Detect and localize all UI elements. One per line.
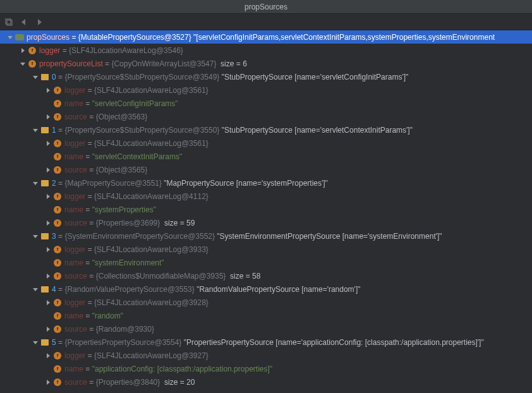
tree-row[interactable]: name = "servletConfigInitParams" — [0, 97, 532, 110]
text-segment: size = 59 — [160, 219, 195, 227]
nav-back-icon[interactable] — [19, 17, 29, 27]
field-icon — [53, 245, 62, 254]
indent — [0, 368, 44, 369]
tree-row[interactable]: logger = {SLF4JLocationAwareLog@3927} — [0, 349, 532, 362]
tree-row[interactable]: name = "servletContextInitParams" — [0, 150, 532, 163]
text-segment: = — [56, 126, 65, 135]
expand-collapse-icon[interactable] — [44, 272, 52, 280]
text-segment: 0 — [52, 73, 56, 82]
tree-row[interactable]: 4 = {RandomValuePropertySource@3553} "Ra… — [0, 282, 532, 296]
tree-row[interactable]: name = "systemEnvironment" — [0, 256, 532, 269]
array-element-icon — [40, 232, 49, 241]
indent — [0, 76, 32, 77]
text-segment: "systemProperties" — [92, 205, 156, 214]
tree-row[interactable]: name = "systemProperties" — [0, 203, 532, 216]
expand-collapse-icon[interactable] — [19, 60, 27, 68]
nav-forward-icon[interactable] — [34, 17, 44, 27]
tree-row[interactable]: 3 = {SystemEnvironmentPropertySource@355… — [0, 229, 532, 243]
text-segment: = — [85, 139, 94, 148]
text-segment: = — [56, 285, 65, 294]
text-segment: {SLF4JLocationAwareLog@3546} — [69, 46, 183, 55]
indent — [0, 236, 32, 236]
tree-row[interactable]: source = {Object@3565} — [0, 163, 532, 176]
expand-collapse-icon[interactable] — [32, 126, 39, 134]
indent — [0, 156, 44, 157]
window-titlebar: propSources — [0, 0, 532, 14]
text-segment: {MutablePropertySources@3527} — [78, 33, 191, 42]
expand-collapse-icon[interactable] — [32, 73, 39, 81]
text-segment: name — [64, 205, 83, 214]
tree-row[interactable]: source = {Collections$UnmodifiableMap@39… — [0, 269, 532, 282]
text-segment: = — [87, 378, 96, 387]
text-segment: source — [64, 112, 87, 121]
window-title: propSources — [245, 3, 287, 11]
tree-row[interactable]: propSources = {MutablePropertySources@35… — [0, 30, 532, 44]
indent — [0, 262, 44, 263]
indent — [0, 289, 32, 289]
text-segment: {Collections$UnmodifiableMap@3935} — [96, 272, 226, 281]
tree-row[interactable]: 2 = {MapPropertySource@3551} "MapPropert… — [0, 176, 532, 190]
tree-row[interactable]: logger = {SLF4JLocationAwareLog@4112} — [0, 190, 532, 203]
tree-row[interactable]: logger = {SLF4JLocationAwareLog@3928} — [0, 296, 532, 309]
field-icon — [53, 152, 62, 161]
expand-collapse-icon[interactable] — [44, 87, 52, 94]
expand-collapse-icon[interactable] — [44, 325, 52, 333]
text-segment: {Random@3930} — [96, 325, 154, 334]
tree-row[interactable]: source = {Object@3563} — [0, 110, 532, 123]
text-segment: = — [103, 59, 112, 68]
tree-row[interactable]: logger = {SLF4JLocationAwareLog@3561} — [0, 136, 532, 150]
expand-collapse-icon[interactable] — [6, 33, 14, 41]
indent — [0, 222, 44, 223]
expand-collapse-icon[interactable] — [32, 339, 39, 346]
expand-collapse-icon[interactable] — [44, 193, 52, 200]
text-segment: = — [83, 152, 92, 161]
text-segment: source — [64, 166, 87, 174]
indent — [0, 130, 32, 130]
tree-row[interactable]: name = "applicationConfig: [classpath:/a… — [0, 362, 532, 375]
variable-tree[interactable]: propSources = {MutablePropertySources@35… — [0, 30, 532, 393]
indent — [0, 183, 32, 183]
field-icon — [53, 298, 62, 307]
tree-row[interactable]: logger = {SLF4JLocationAwareLog@3933} — [0, 243, 532, 256]
text-segment: 5 — [52, 338, 56, 347]
text-segment: propSources — [27, 33, 70, 42]
expand-collapse-icon[interactable] — [44, 246, 52, 253]
field-icon — [53, 258, 62, 267]
expand-collapse-icon[interactable] — [44, 352, 52, 360]
tree-row[interactable]: 0 = {PropertySource$StubPropertySource@3… — [0, 70, 532, 83]
text-segment: {SLF4JLocationAwareLog@3928} — [94, 298, 209, 307]
expand-collapse-icon[interactable] — [44, 378, 52, 386]
text-segment: {SystemEnvironmentPropertySource@3552} — [64, 232, 215, 241]
svg-rect-0 — [6, 19, 11, 24]
text-segment: = — [85, 298, 94, 307]
tree-row[interactable]: source = {Properties@3699} size = 59 — [0, 216, 532, 229]
expand-collapse-icon[interactable] — [44, 299, 52, 306]
text-segment: size = 20 — [160, 378, 195, 387]
expand-collapse-icon[interactable] — [32, 286, 39, 293]
copy-icon[interactable] — [4, 17, 14, 27]
tree-row[interactable]: source = {Properties@3840} size = 20 — [0, 375, 532, 389]
text-segment: = — [60, 46, 69, 55]
expand-collapse-icon[interactable] — [44, 166, 52, 174]
field-icon — [28, 59, 37, 68]
tree-row[interactable]: name = "random" — [0, 309, 532, 322]
tree-row[interactable]: 5 = {PropertiesPropertySource@3554} "Pro… — [0, 336, 532, 349]
tree-row[interactable]: 1 = {PropertySource$StubPropertySource@3… — [0, 123, 532, 136]
text-segment: source — [64, 272, 87, 281]
text-segment: "servletContextInitParams" — [92, 152, 183, 161]
tree-row[interactable]: logger = {SLF4JLocationAwareLog@3561} — [0, 83, 532, 97]
text-segment: "RandomValuePropertySource [name='random… — [196, 285, 360, 294]
expand-collapse-icon[interactable] — [19, 47, 27, 54]
tree-row[interactable]: logger = {SLF4JLocationAwareLog@3546} — [0, 44, 532, 57]
tree-row[interactable]: propertySourceList = {CopyOnWriteArrayLi… — [0, 57, 532, 70]
indent — [0, 302, 44, 303]
text-segment: {Object@3565} — [96, 166, 148, 174]
expand-collapse-icon[interactable] — [44, 113, 52, 121]
expand-collapse-icon[interactable] — [32, 179, 39, 187]
expand-collapse-icon[interactable] — [44, 140, 52, 147]
expand-collapse-icon[interactable] — [32, 233, 39, 240]
indent — [0, 143, 44, 143]
field-icon — [53, 378, 62, 387]
tree-row[interactable]: source = {Random@3930} — [0, 322, 532, 336]
expand-collapse-icon[interactable] — [44, 219, 52, 227]
